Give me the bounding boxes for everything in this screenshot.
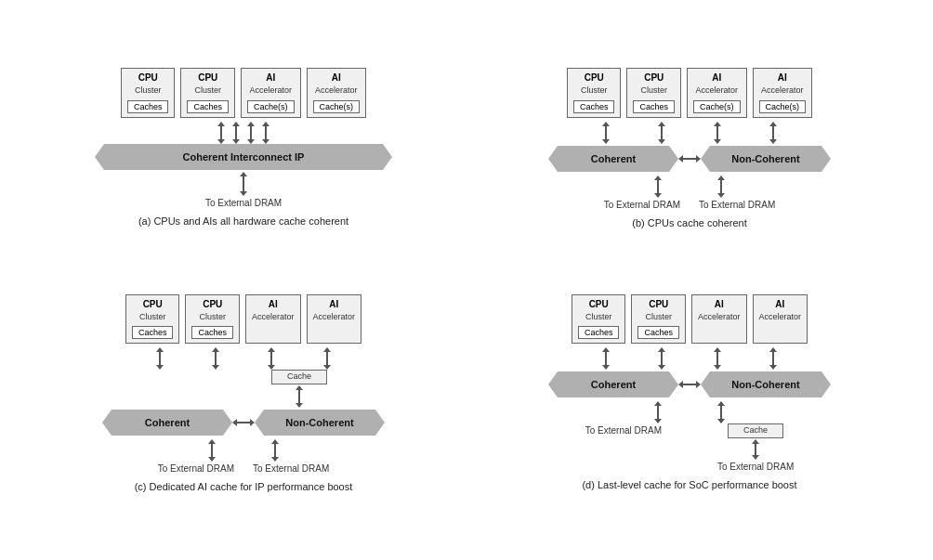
node-c-cpu2: CPU Cluster Caches: [185, 294, 240, 345]
diagram-d-bottom-row: To External DRAM Cache To External DRAM: [585, 423, 795, 472]
diagram-b-left-banner: Coherent: [558, 146, 669, 172]
diagram-d-mid-arrows: [654, 401, 725, 423]
diagram-a-caption: (a) CPUs and AIs all hardware cache cohe…: [138, 215, 348, 227]
diagram-b-caption: (b) CPUs cache coherent: [632, 217, 747, 228]
node-d-cpu2: CPU Cluster Caches: [631, 294, 686, 345]
diagram-b: CPU Cluster Caches CPU Cluster Caches AI…: [476, 68, 903, 267]
node-d-ai2: AI Accelerator: [753, 294, 808, 345]
b-arrow-left1: [582, 122, 630, 144]
node-cpu2-sub: Cluster: [194, 86, 221, 96]
diagram-b-dram-right: To External DRAM: [699, 200, 775, 210]
node-cpu2-title: CPU: [198, 72, 217, 84]
diagram-d-caption: (d) Last-level cache for SoC performance…: [582, 479, 796, 490]
diagram-b-right-banner: Non-Coherent: [710, 146, 821, 172]
diagram-c: CPU Cluster Caches CPU Cluster Caches AI…: [30, 294, 457, 493]
node-c-cpu1: CPU Cluster Caches: [125, 294, 180, 345]
arrowline-a4: [265, 126, 267, 139]
diagram-b-arrows-top: [582, 122, 797, 144]
node-d-cpu1: CPU Cluster Caches: [572, 294, 626, 345]
diagram-d-dram-right: To External DRAM: [717, 462, 794, 472]
node-b-ai2: AI Accelerator Cache(s): [753, 68, 813, 118]
b-arrow-left2: [637, 122, 686, 144]
node-ai1-cache: Cache(s): [247, 100, 295, 113]
diagram-d-h-arrow: [678, 381, 701, 388]
node-ai1-title: AI: [266, 72, 275, 84]
arrowline-dram-a: [243, 176, 244, 191]
diagram-c-mid-row: Cache: [136, 370, 351, 408]
diagram-d-right-cache-col: Cache To External DRAM: [717, 423, 794, 472]
diagram-c-caption: (c) Dedicated AI cache for IP performanc…: [135, 481, 353, 492]
node-ai1: AI Accelerator Cache(s): [241, 68, 301, 118]
node-ai1-sub: Accelerator: [249, 86, 292, 96]
node-cpu2-cache: Caches: [187, 100, 229, 113]
node-c-ai2: AI Accelerator: [307, 294, 362, 345]
diagram-c-dram-texts: To External DRAM To External DRAM: [158, 462, 330, 474]
diagram-d-dram-left: To External DRAM: [585, 425, 662, 472]
arrow-a3: [247, 122, 255, 144]
diagram-c-h-arrow: [232, 419, 255, 426]
node-cpu1-sub: Cluster: [135, 86, 162, 96]
node-cpu1-title: CPU: [138, 72, 158, 84]
diagram-b-left-banner-label: Coherent: [591, 153, 636, 164]
arrowhead-down-dram-a: [240, 191, 247, 196]
arrow-a1: [217, 122, 225, 144]
b-arrow-right2: [749, 122, 797, 144]
arrowline-a3: [250, 126, 252, 139]
diagram-b-h-arrow: [678, 155, 701, 163]
diagram-a-arrows-top: [217, 122, 269, 144]
diagram-d-banners: Coherent Non-Coherent: [558, 371, 821, 397]
diagram-a-dram: To External DRAM: [205, 198, 282, 208]
diagram-c-right-banner: Non-Coherent: [264, 410, 375, 436]
main-container: CPU Cluster Caches CPU Cluster Caches AI…: [20, 49, 913, 512]
diagram-c-dram-left: To External DRAM: [158, 463, 234, 474]
diagram-b-nodes: CPU Cluster Caches CPU Cluster Caches AI…: [567, 68, 812, 118]
node-ai2-title: AI: [332, 72, 341, 84]
node-c-ai1: AI Accelerator: [245, 294, 301, 345]
diagram-d: CPU Cluster Caches CPU Cluster Caches AI…: [476, 294, 903, 493]
diagram-c-banners: Coherent Non-Coherent: [112, 410, 375, 436]
diagram-c-left-banner: Coherent: [112, 410, 223, 436]
arrowline-a2: [235, 126, 237, 139]
diagram-b-right-banner-label: Non-Coherent: [731, 153, 799, 164]
diagram-c-dram-arrows: [208, 439, 279, 462]
diagram-c-arrows-top: [136, 347, 351, 370]
arrow-a-dram: [240, 172, 247, 196]
diagram-a-banner: Coherent Interconnect IP: [104, 144, 383, 170]
arrow-a4: [262, 122, 269, 144]
diagrams-grid: CPU Cluster Caches CPU Cluster Caches AI…: [30, 68, 903, 493]
node-ai2-cache: Cache(s): [313, 100, 361, 113]
node-b-cpu2: CPU Cluster Caches: [626, 68, 681, 118]
node-cpu1: CPU Cluster Caches: [121, 68, 176, 118]
diagram-d-bottom-cache: Cache: [728, 423, 783, 438]
node-cpu1-cache: Caches: [127, 100, 169, 113]
diagram-a-banner-label: Coherent Interconnect IP: [183, 151, 305, 163]
node-d-ai1: AI Accelerator: [691, 294, 747, 345]
node-ai2: AI Accelerator Cache(s): [307, 68, 367, 118]
diagram-b-dram-left: To External DRAM: [604, 200, 680, 210]
arrow-a2: [232, 122, 240, 144]
node-cpu2: CPU Cluster Caches: [180, 68, 235, 118]
diagram-b-dram-texts: To External DRAM To External DRAM: [604, 198, 776, 210]
diagram-c-nodes: CPU Cluster Caches CPU Cluster Caches AI…: [125, 294, 361, 345]
diagram-a-nodes: CPU Cluster Caches CPU Cluster Caches AI…: [121, 68, 366, 118]
diagram-c-ai-cache: Cache: [247, 370, 351, 408]
diagram-c-dram-right: To External DRAM: [253, 463, 329, 474]
diagram-d-left-banner: Coherent: [558, 371, 669, 397]
node-b-ai1: AI Accelerator Cache(s): [687, 68, 747, 118]
diagram-d-nodes: CPU Cluster Caches CPU Cluster Caches AI…: [572, 294, 808, 345]
diagram-a: CPU Cluster Caches CPU Cluster Caches AI…: [30, 68, 457, 267]
diagram-b-banners: Coherent Non-Coherent: [558, 146, 821, 172]
diagram-d-right-banner: Non-Coherent: [710, 371, 821, 397]
arrowline-a1: [220, 126, 222, 139]
diagram-d-arrows-top: [582, 347, 797, 370]
node-ai2-sub: Accelerator: [315, 86, 358, 96]
b-arrow-right1: [693, 122, 742, 144]
node-b-cpu1: CPU Cluster Caches: [567, 68, 622, 118]
diagram-b-dram-arrows: [654, 176, 725, 198]
